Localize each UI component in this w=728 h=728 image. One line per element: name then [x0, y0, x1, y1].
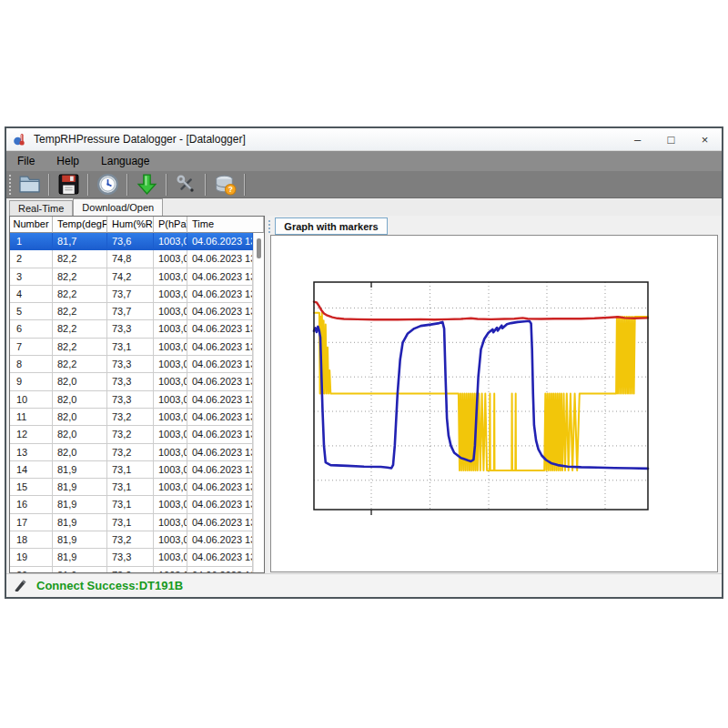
- table-cell: 73,6: [107, 233, 154, 250]
- table-row[interactable]: 1382,073,21003,004.06.2023 13...: [10, 444, 253, 461]
- tab-real-time[interactable]: Real-Time: [9, 200, 73, 216]
- table-cell: 73,3: [107, 320, 154, 338]
- table-cell: 04.06.2023 13...: [187, 549, 253, 566]
- table-cell: 04.06.2023 13...: [187, 409, 253, 426]
- table-cell: 1003,0: [154, 356, 187, 373]
- col-header-hum[interactable]: Hum(%RH): [107, 217, 154, 233]
- col-header-pressure[interactable]: P(hPa): [154, 217, 187, 233]
- toolbar-separator: [48, 174, 50, 196]
- col-header-number[interactable]: Number: [10, 217, 53, 233]
- table-cell: 1003,0: [154, 567, 187, 572]
- table-cell: 73,2: [107, 567, 154, 572]
- window-controls: – □ ×: [621, 128, 722, 150]
- table-cell: 1003,0: [154, 268, 187, 286]
- table-cell: 1003,0: [154, 286, 187, 303]
- scrollbar-thumb[interactable]: [257, 238, 261, 258]
- table-cell: 04.06.2023 13...: [187, 303, 253, 320]
- tools-icon: [175, 173, 197, 196]
- minimize-button[interactable]: –: [621, 128, 654, 150]
- menu-file[interactable]: File: [6, 151, 46, 171]
- table-cell: 04.06.2023 13...: [187, 496, 253, 513]
- table-row[interactable]: 1282,073,21003,004.06.2023 13...: [10, 426, 253, 443]
- table-scrollbar[interactable]: [253, 233, 264, 572]
- table-row[interactable]: 982,073,31003,004.06.2023 13...: [10, 373, 253, 390]
- table-row[interactable]: 582,273,71003,004.06.2023 13...: [10, 303, 253, 320]
- menu-language[interactable]: Language: [90, 151, 160, 171]
- table-cell: 1003,0: [154, 514, 187, 531]
- database-icon: ?: [214, 173, 237, 196]
- graph-with-markers-button[interactable]: Graph with markers: [275, 217, 388, 235]
- table-row[interactable]: 2081,973,21003,004.06.2023 13...: [10, 567, 253, 572]
- table-row[interactable]: 482,273,71003,004.06.2023 13...: [10, 286, 253, 303]
- table-row[interactable]: 1082,073,31003,004.06.2023 13...: [10, 391, 253, 409]
- title-bar: TempRHPressure Datalogger - [Datalogger]…: [6, 128, 722, 151]
- table-row[interactable]: 1681,973,11003,004.06.2023 13...: [10, 496, 253, 513]
- table-row[interactable]: 1481,973,11003,004.06.2023 13...: [10, 461, 253, 479]
- table-row[interactable]: 1182,073,21003,004.06.2023 13...: [10, 409, 253, 426]
- table-cell: 73,2: [107, 409, 154, 426]
- menu-help[interactable]: Help: [46, 151, 90, 171]
- settings-button[interactable]: [171, 172, 201, 197]
- table-cell: 73,2: [107, 444, 154, 461]
- table-cell: 81,9: [53, 531, 107, 549]
- table-row[interactable]: 181,773,61003,004.06.2023 13...: [10, 233, 253, 250]
- table-cell: 13: [10, 444, 53, 461]
- maximize-button[interactable]: □: [654, 128, 688, 150]
- col-header-temp[interactable]: Temp(degF): [53, 217, 107, 233]
- table-cell: 82,0: [53, 444, 107, 461]
- clock-icon: [96, 173, 119, 196]
- toolbar-separator: [166, 174, 167, 196]
- tab-strip: Real-Time Download/Open: [9, 198, 163, 216]
- table-row[interactable]: 682,273,31003,004.06.2023 13...: [10, 320, 253, 338]
- open-button[interactable]: [15, 172, 45, 197]
- table-row[interactable]: 1781,973,11003,004.06.2023 13...: [10, 514, 253, 531]
- table-cell: 73,3: [107, 373, 154, 390]
- table-cell: 81,9: [53, 514, 107, 531]
- data-table: Number Temp(degF) Hum(%RH) P(hPa) Time 1…: [9, 216, 265, 573]
- table-cell: 73,2: [107, 531, 154, 549]
- table-row[interactable]: 1981,973,31003,004.06.2023 13...: [10, 549, 253, 566]
- table-cell: 1003,0: [154, 444, 187, 461]
- app-icon: [13, 132, 27, 147]
- table-cell: 1003,0: [154, 409, 187, 426]
- table-cell: 82,2: [53, 286, 107, 303]
- table-cell: 04.06.2023 13...: [187, 268, 253, 286]
- table-cell: 73,1: [107, 339, 154, 356]
- table-cell: 9: [10, 373, 53, 390]
- menu-bar: File Help Language: [6, 151, 722, 171]
- table-row[interactable]: 382,274,21003,004.06.2023 13...: [10, 268, 253, 286]
- table-cell: 1003,0: [154, 250, 187, 268]
- table-cell: 04.06.2023 13...: [187, 514, 253, 531]
- download-button[interactable]: [132, 172, 162, 197]
- table-cell: 82,2: [53, 339, 107, 356]
- table-row[interactable]: 882,273,31003,004.06.2023 13...: [10, 356, 253, 373]
- table-cell: 1003,0: [154, 496, 187, 513]
- table-cell: 82,0: [53, 391, 107, 409]
- table-cell: 1: [10, 233, 53, 250]
- app-window: TempRHPressure Datalogger - [Datalogger]…: [5, 126, 723, 599]
- table-body: 181,773,61003,004.06.2023 13...282,274,8…: [10, 233, 253, 572]
- table-row[interactable]: 1881,973,21003,004.06.2023 13...: [10, 531, 253, 549]
- save-button[interactable]: [54, 172, 84, 197]
- table-row[interactable]: 282,274,81003,004.06.2023 13...: [10, 250, 253, 268]
- real-time-button[interactable]: [93, 172, 123, 197]
- close-button[interactable]: ×: [688, 128, 722, 150]
- table-cell: 3: [10, 268, 53, 286]
- table-cell: 73,1: [107, 514, 154, 531]
- table-cell: 81,7: [53, 233, 107, 250]
- table-cell: 1003,0: [154, 479, 187, 496]
- tab-download-open[interactable]: Download/Open: [73, 198, 163, 216]
- table-cell: 20: [10, 567, 53, 572]
- col-header-time[interactable]: Time: [187, 217, 264, 233]
- table-cell: 1003,0: [154, 426, 187, 443]
- table-row[interactable]: 1581,973,11003,004.06.2023 13...: [10, 479, 253, 496]
- database-button[interactable]: ?: [210, 172, 240, 197]
- table-cell: 04.06.2023 13...: [187, 567, 253, 572]
- table-cell: 1003,0: [154, 549, 187, 566]
- table-row[interactable]: 782,273,11003,004.06.2023 13...: [10, 339, 253, 356]
- table-cell: 1003,0: [154, 461, 187, 479]
- table-cell: 73,2: [107, 426, 154, 443]
- table-cell: 04.06.2023 13...: [187, 531, 253, 549]
- table-cell: 2: [10, 250, 53, 268]
- graph-panel-grip: [268, 220, 270, 233]
